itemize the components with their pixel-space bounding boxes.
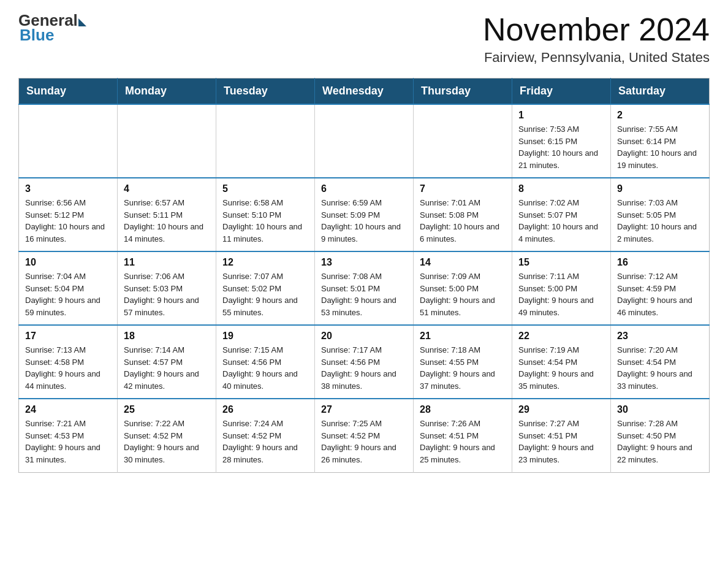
day-number: 9 (617, 183, 703, 194)
day-number: 24 (25, 404, 111, 415)
calendar-cell (19, 104, 118, 178)
calendar-week-row: 24Sunrise: 7:21 AMSunset: 4:53 PMDayligh… (19, 399, 710, 472)
day-number: 5 (222, 183, 308, 194)
title-section: November 2024 Fairview, Pennsylvania, Un… (483, 12, 710, 66)
calendar-table: Sunday Monday Tuesday Wednesday Thursday… (18, 78, 710, 473)
day-info: Sunrise: 6:56 AMSunset: 5:12 PMDaylight:… (25, 197, 111, 245)
day-info: Sunrise: 7:07 AMSunset: 5:02 PMDaylight:… (222, 270, 308, 318)
location-subtitle: Fairview, Pennsylvania, United States (483, 50, 710, 66)
day-number: 3 (25, 183, 111, 194)
day-info: Sunrise: 7:14 AMSunset: 4:57 PMDaylight:… (124, 344, 210, 392)
calendar-cell (118, 104, 216, 178)
col-saturday: Saturday (611, 79, 710, 105)
day-info: Sunrise: 7:28 AMSunset: 4:50 PMDaylight:… (617, 418, 703, 465)
day-info: Sunrise: 7:27 AMSunset: 4:51 PMDaylight:… (518, 418, 604, 465)
col-tuesday: Tuesday (216, 79, 315, 105)
calendar-cell: 9Sunrise: 7:03 AMSunset: 5:05 PMDaylight… (611, 178, 710, 251)
calendar-cell: 21Sunrise: 7:18 AMSunset: 4:55 PMDayligh… (414, 325, 512, 399)
col-monday: Monday (118, 79, 216, 105)
page-header: General Blue November 2024 Fairview, Pen… (18, 12, 710, 66)
day-number: 8 (518, 183, 604, 194)
calendar-week-row: 3Sunrise: 6:56 AMSunset: 5:12 PMDaylight… (19, 178, 710, 251)
calendar-cell: 10Sunrise: 7:04 AMSunset: 5:04 PMDayligh… (19, 251, 118, 325)
col-thursday: Thursday (414, 79, 512, 105)
col-sunday: Sunday (19, 79, 118, 105)
day-info: Sunrise: 7:20 AMSunset: 4:54 PMDaylight:… (617, 344, 703, 392)
day-info: Sunrise: 6:58 AMSunset: 5:10 PMDaylight:… (222, 197, 308, 245)
calendar-cell (216, 104, 315, 178)
day-info: Sunrise: 7:21 AMSunset: 4:53 PMDaylight:… (25, 418, 111, 465)
col-friday: Friday (512, 79, 611, 105)
day-info: Sunrise: 7:06 AMSunset: 5:03 PMDaylight:… (124, 270, 210, 318)
calendar-cell: 19Sunrise: 7:15 AMSunset: 4:56 PMDayligh… (216, 325, 315, 399)
day-info: Sunrise: 6:57 AMSunset: 5:11 PMDaylight:… (124, 197, 210, 245)
day-number: 28 (420, 404, 506, 415)
day-number: 4 (124, 183, 210, 194)
calendar-cell: 7Sunrise: 7:01 AMSunset: 5:08 PMDaylight… (414, 178, 512, 251)
day-number: 23 (617, 331, 703, 342)
calendar-cell: 14Sunrise: 7:09 AMSunset: 5:00 PMDayligh… (414, 251, 512, 325)
day-info: Sunrise: 7:13 AMSunset: 4:58 PMDaylight:… (25, 344, 111, 392)
day-info: Sunrise: 7:26 AMSunset: 4:51 PMDaylight:… (420, 418, 506, 465)
calendar-cell: 2Sunrise: 7:55 AMSunset: 6:14 PMDaylight… (611, 104, 710, 178)
calendar-cell: 29Sunrise: 7:27 AMSunset: 4:51 PMDayligh… (512, 399, 611, 472)
day-info: Sunrise: 7:53 AMSunset: 6:15 PMDaylight:… (518, 123, 604, 171)
calendar-cell: 22Sunrise: 7:19 AMSunset: 4:54 PMDayligh… (512, 325, 611, 399)
day-info: Sunrise: 7:04 AMSunset: 5:04 PMDaylight:… (25, 270, 111, 318)
day-info: Sunrise: 7:24 AMSunset: 4:52 PMDaylight:… (222, 418, 308, 465)
calendar-cell (414, 104, 512, 178)
day-number: 20 (321, 331, 407, 342)
day-info: Sunrise: 7:03 AMSunset: 5:05 PMDaylight:… (617, 197, 703, 245)
day-number: 22 (518, 331, 604, 342)
calendar-cell: 15Sunrise: 7:11 AMSunset: 5:00 PMDayligh… (512, 251, 611, 325)
day-number: 30 (617, 404, 703, 415)
logo-blue-text: Blue (20, 27, 54, 43)
calendar-header-row: Sunday Monday Tuesday Wednesday Thursday… (19, 79, 710, 105)
day-number: 13 (321, 257, 407, 268)
calendar-cell: 20Sunrise: 7:17 AMSunset: 4:56 PMDayligh… (315, 325, 414, 399)
calendar-cell: 13Sunrise: 7:08 AMSunset: 5:01 PMDayligh… (315, 251, 414, 325)
calendar-cell: 30Sunrise: 7:28 AMSunset: 4:50 PMDayligh… (611, 399, 710, 472)
day-info: Sunrise: 7:22 AMSunset: 4:52 PMDaylight:… (124, 418, 210, 465)
day-number: 25 (124, 404, 210, 415)
day-info: Sunrise: 7:19 AMSunset: 4:54 PMDaylight:… (518, 344, 604, 392)
calendar-cell: 16Sunrise: 7:12 AMSunset: 4:59 PMDayligh… (611, 251, 710, 325)
day-info: Sunrise: 7:15 AMSunset: 4:56 PMDaylight:… (222, 344, 308, 392)
calendar-cell: 5Sunrise: 6:58 AMSunset: 5:10 PMDaylight… (216, 178, 315, 251)
day-number: 26 (222, 404, 308, 415)
day-number: 15 (518, 257, 604, 268)
day-number: 14 (420, 257, 506, 268)
calendar-cell: 26Sunrise: 7:24 AMSunset: 4:52 PMDayligh… (216, 399, 315, 472)
calendar-cell: 17Sunrise: 7:13 AMSunset: 4:58 PMDayligh… (19, 325, 118, 399)
day-number: 21 (420, 331, 506, 342)
day-number: 12 (222, 257, 308, 268)
day-number: 11 (124, 257, 210, 268)
day-number: 6 (321, 183, 407, 194)
day-info: Sunrise: 7:17 AMSunset: 4:56 PMDaylight:… (321, 344, 407, 392)
month-title: November 2024 (483, 12, 710, 47)
calendar-cell (315, 104, 414, 178)
day-number: 29 (518, 404, 604, 415)
col-wednesday: Wednesday (315, 79, 414, 105)
day-info: Sunrise: 7:12 AMSunset: 4:59 PMDaylight:… (617, 270, 703, 318)
day-info: Sunrise: 6:59 AMSunset: 5:09 PMDaylight:… (321, 197, 407, 245)
calendar-cell: 18Sunrise: 7:14 AMSunset: 4:57 PMDayligh… (118, 325, 216, 399)
day-number: 10 (25, 257, 111, 268)
day-info: Sunrise: 7:02 AMSunset: 5:07 PMDaylight:… (518, 197, 604, 245)
day-info: Sunrise: 7:09 AMSunset: 5:00 PMDaylight:… (420, 270, 506, 318)
calendar-cell: 24Sunrise: 7:21 AMSunset: 4:53 PMDayligh… (19, 399, 118, 472)
day-number: 17 (25, 331, 111, 342)
day-info: Sunrise: 7:08 AMSunset: 5:01 PMDaylight:… (321, 270, 407, 318)
calendar-cell: 8Sunrise: 7:02 AMSunset: 5:07 PMDaylight… (512, 178, 611, 251)
day-number: 1 (518, 110, 604, 121)
calendar-cell: 28Sunrise: 7:26 AMSunset: 4:51 PMDayligh… (414, 399, 512, 472)
day-number: 2 (617, 110, 703, 121)
calendar-cell: 11Sunrise: 7:06 AMSunset: 5:03 PMDayligh… (118, 251, 216, 325)
calendar-cell: 1Sunrise: 7:53 AMSunset: 6:15 PMDaylight… (512, 104, 611, 178)
day-number: 27 (321, 404, 407, 415)
day-info: Sunrise: 7:18 AMSunset: 4:55 PMDaylight:… (420, 344, 506, 392)
day-number: 16 (617, 257, 703, 268)
calendar-cell: 25Sunrise: 7:22 AMSunset: 4:52 PMDayligh… (118, 399, 216, 472)
calendar-week-row: 10Sunrise: 7:04 AMSunset: 5:04 PMDayligh… (19, 251, 710, 325)
calendar-cell: 6Sunrise: 6:59 AMSunset: 5:09 PMDaylight… (315, 178, 414, 251)
